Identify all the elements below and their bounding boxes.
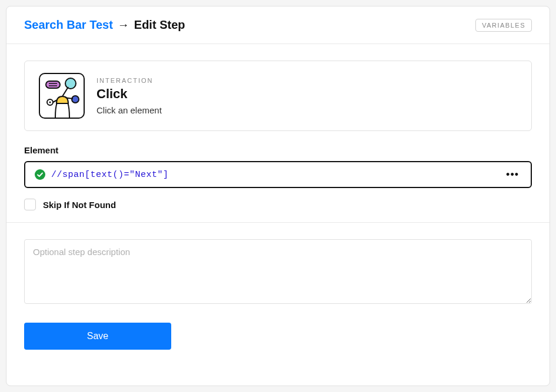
skip-if-not-found-checkbox[interactable] [24, 199, 36, 210]
interaction-category-label: INTERACTION [96, 77, 162, 84]
body-section: INTERACTION Click Click an element Eleme… [6, 44, 550, 223]
click-interaction-icon [39, 73, 85, 119]
svg-line-4 [62, 87, 68, 96]
element-selector-row[interactable]: //span[text()="Next"] ••• [24, 161, 532, 188]
breadcrumb-current: Edit Step [134, 18, 185, 32]
variables-button[interactable]: VARIABLES [475, 19, 532, 32]
check-circle-icon [35, 169, 45, 180]
arrow-right-icon: → [118, 18, 129, 32]
skip-checkbox-label: Skip If Not Found [43, 200, 116, 210]
interaction-title: Click [96, 86, 162, 102]
svg-rect-7 [46, 81, 60, 88]
breadcrumb-link[interactable]: Search Bar Test [24, 18, 113, 32]
edit-step-panel: Search Bar Test → Edit Step VARIABLES [6, 6, 550, 386]
svg-point-0 [65, 78, 76, 89]
interaction-card: INTERACTION Click Click an element [24, 61, 532, 131]
interaction-description: Click an element [96, 105, 162, 115]
breadcrumb: Search Bar Test → Edit Step [24, 18, 185, 32]
save-button[interactable]: Save [24, 323, 171, 350]
skip-checkbox-row: Skip If Not Found [24, 199, 532, 210]
footer-section: Save [6, 223, 550, 366]
header: Search Bar Test → Edit Step VARIABLES [6, 6, 550, 44]
step-description-input[interactable] [24, 239, 532, 304]
more-options-icon[interactable]: ••• [504, 169, 521, 180]
interaction-text: INTERACTION Click Click an element [96, 77, 162, 115]
element-field-label: Element [24, 145, 532, 155]
svg-point-3 [49, 102, 51, 103]
svg-point-1 [72, 96, 79, 103]
svg-point-10 [35, 169, 45, 180]
element-selector-value: //span[text()="Next"] [51, 170, 498, 180]
